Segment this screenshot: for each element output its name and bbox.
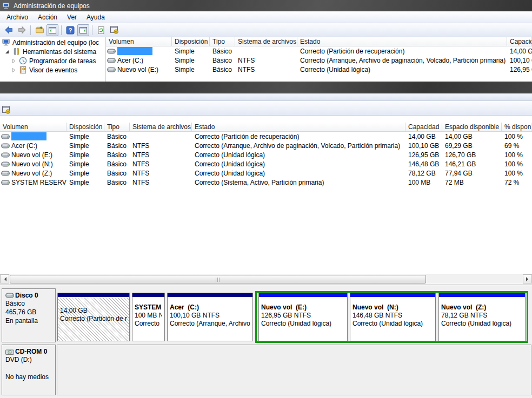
collapse-arrow-icon[interactable] (11, 58, 16, 64)
table-row[interactable]: Acer (C:) Simple Básico NTFS Correcto (A… (0, 141, 532, 150)
partition-name: Acer (C:) (170, 303, 250, 312)
help-icon[interactable]: ? (64, 24, 76, 36)
table-row[interactable]: Acer (C:) Simple Básico NTFS Correcto (A… (106, 56, 532, 65)
title-bar[interactable]: Administración de equipos (0, 0, 532, 11)
table-row[interactable]: Simple Básico Correcto (Partición de rec… (106, 46, 532, 56)
cell-capacity: 100,10 GB (405, 142, 442, 150)
refresh-icon[interactable] (95, 24, 107, 36)
cell-type: Básico (210, 57, 235, 64)
column-header-volumen[interactable]: Volumen (106, 37, 172, 46)
scroll-right-arrow-icon (526, 277, 530, 281)
tree-item-event-viewer[interactable]: Visor de eventos (11, 65, 77, 75)
lower-window-toolbar-strip (0, 101, 532, 116)
table-row[interactable]: Simple Básico Correcto (Partición de rec… (0, 132, 532, 141)
console-tree: Administración del equipo (loc Herramien… (0, 37, 105, 82)
cdrom-info-panel[interactable]: CD-ROM 0 DVD (D:) No hay medios (2, 345, 56, 395)
partition-size: 78,12 GB NTFS (441, 312, 523, 320)
column-header-tipo[interactable]: Tipo (210, 37, 235, 46)
cell-free-space: 77,94 GB (442, 170, 502, 177)
cell-layout: Simple (172, 57, 210, 64)
disk-type: Básico (5, 299, 55, 308)
column-header-capacidad[interactable]: Capacidad (507, 37, 532, 46)
partition-nuevo-vol-n[interactable]: Nuevo vol (N:) 146,48 GB NTFS Correcto (… (350, 293, 436, 341)
table-row[interactable]: Nuevo vol (E:) Simple Básico NTFS Correc… (0, 150, 532, 159)
up-level-icon[interactable] (34, 24, 45, 36)
tree-item-computer-management[interactable]: Administración del equipo (loc (2, 38, 99, 47)
cdrom-name: CD-ROM 0 (15, 348, 47, 355)
column-header-capacidad[interactable]: Capacidad (405, 123, 442, 131)
cell-capacity: 126,95 GB (507, 66, 532, 73)
cell-status: Correcto (Partición de recuperación) (192, 133, 405, 140)
partition-system-reserved[interactable]: SYSTEM RESERVED 100 MB NTFS Correcto (132, 293, 165, 341)
cdrom-row: CD-ROM 0 DVD (D:) No hay medios (0, 345, 532, 395)
primary-partition-stripe (168, 293, 252, 298)
tools-icon (12, 48, 21, 56)
column-header-disposicion[interactable]: Disposición (172, 37, 210, 46)
cell-layout: Simple (66, 179, 104, 186)
window-title: Administración de equipos (14, 2, 90, 10)
cell-filesystem: NTFS (235, 57, 297, 64)
scroll-right-button[interactable] (523, 274, 532, 284)
cell-capacity: 146,48 GB (405, 160, 442, 168)
toolbar-separator (61, 25, 62, 35)
primary-partition-stripe (58, 293, 129, 298)
collapse-arrow-icon[interactable] (11, 68, 16, 73)
column-header-volumen[interactable]: Volumen (0, 123, 66, 131)
partition-acer-c[interactable]: Acer (C:) 100,10 GB NTFS Correcto (Arran… (167, 293, 253, 341)
table-row[interactable]: Nuevo vol (N:) Simple Básico NTFS Correc… (0, 159, 532, 168)
volume-icon (107, 67, 116, 72)
menu-ayuda[interactable]: Ayuda (82, 12, 110, 23)
disk0-info-panel[interactable]: Disco 0 Básico 465,76 GB En pantalla (2, 288, 56, 342)
column-header-estado[interactable]: Estado (297, 37, 507, 46)
cell-free-space: 69,29 GB (442, 142, 502, 150)
toolbar-separator (30, 25, 31, 35)
computer-management-window: Administración de equipos Archivo Acción… (0, 0, 532, 398)
column-header-espacio[interactable]: Espacio disponible (442, 123, 502, 131)
tree-item-task-scheduler[interactable]: Programador de tareas (11, 56, 96, 65)
horizontal-scrollbar[interactable] (0, 274, 532, 284)
partition-status: Correcto (Partición de recuperación) (60, 315, 127, 323)
column-header-disposicion[interactable]: Disposición (66, 123, 104, 131)
cell-filesystem: NTFS (130, 179, 192, 186)
cell-pct-free: 100 % (502, 170, 531, 177)
column-header-sistema[interactable]: Sistema de archivos (130, 123, 192, 131)
menu-ver[interactable]: Ver (62, 12, 82, 23)
upper-console-fragment: Administración del equipo (loc Herramien… (0, 37, 532, 82)
menu-archivo[interactable]: Archivo (2, 12, 33, 23)
volume-name: Nuevo vol (Z:) (11, 170, 52, 177)
column-header-sistema[interactable]: Sistema de archivos (235, 37, 297, 46)
cell-filesystem: NTFS (235, 66, 297, 73)
disk-icon (5, 293, 14, 299)
partition-size: 126,95 GB NTFS (261, 312, 345, 320)
cdrom-media-area[interactable] (57, 345, 531, 395)
volume-icon (107, 58, 116, 63)
partition-nuevo-vol-e[interactable]: Nuevo vol (E:) 126,95 GB NTFS Correcto (… (258, 293, 348, 341)
show-action-pane-icon[interactable] (77, 24, 89, 36)
scroll-left-button[interactable] (0, 274, 9, 284)
table-row[interactable]: SYSTEM RESERVED Simple Básico NTFS Corre… (0, 178, 532, 187)
forward-icon[interactable] (16, 24, 28, 36)
tree-item-system-tools[interactable]: Herramientas del sistema (4, 47, 96, 56)
partition-recovery[interactable]: 14,00 GB Correcto (Partición de recupera… (57, 293, 130, 341)
cell-filesystem: NTFS (130, 170, 192, 177)
scrollbar-thumb[interactable] (10, 275, 426, 284)
column-header-pct-disponible[interactable]: % disponible (502, 123, 531, 131)
expand-arrow-icon[interactable] (4, 49, 10, 55)
cell-status: Correcto (Arranque, Archivo de paginació… (192, 142, 405, 150)
disk-management-icon[interactable] (108, 24, 120, 36)
back-icon[interactable] (3, 24, 15, 36)
volume-name: SYSTEM RESERVED (11, 179, 66, 186)
table-row[interactable]: Nuevo vol (E:) Simple Básico NTFS Correc… (106, 65, 532, 74)
volume-icon (1, 171, 10, 176)
table-row[interactable]: Nuevo vol (Z:) Simple Básico NTFS Correc… (0, 168, 532, 178)
volume-icon (1, 143, 10, 149)
partition-nuevo-vol-z[interactable]: Nuevo vol (Z:) 78,12 GB NTFS Correcto (U… (438, 293, 526, 341)
partition-size: 146,48 GB NTFS (353, 312, 433, 320)
menu-accion[interactable]: Acción (33, 12, 62, 23)
volume-name: Acer (C:) (117, 57, 143, 64)
show-console-tree-icon[interactable] (46, 24, 58, 36)
partition-status: Correcto (135, 320, 162, 328)
column-header-estado[interactable]: Estado (192, 123, 405, 131)
cell-free-space: 72 MB (442, 179, 502, 186)
column-header-tipo[interactable]: Tipo (104, 123, 130, 131)
